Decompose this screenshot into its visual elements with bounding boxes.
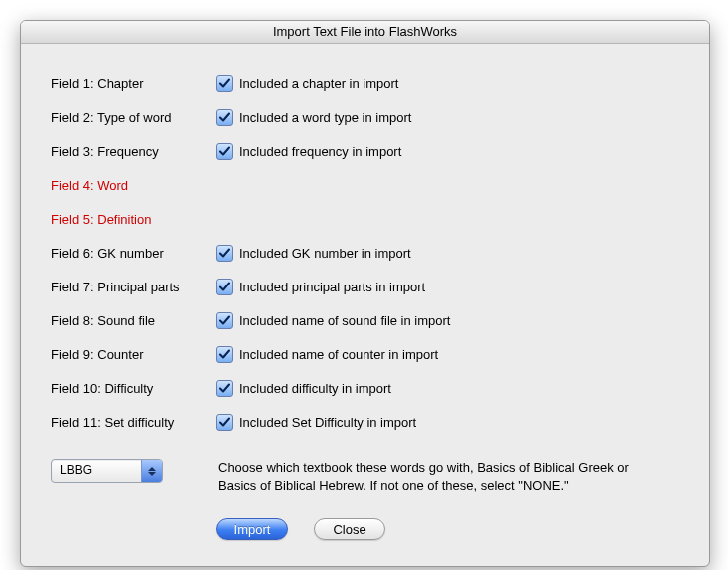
- include-checkbox[interactable]: [216, 143, 233, 160]
- field-row: Field 1: ChapterIncluded a chapter in im…: [51, 66, 679, 100]
- textbook-select[interactable]: LBBG: [51, 459, 163, 483]
- select-arrows-icon: [141, 460, 162, 482]
- field-label: Field 9: Counter: [51, 347, 216, 362]
- checkbox-label: Included Set Difficulty in import: [239, 415, 416, 430]
- checkbox-group: Included GK number in import: [216, 245, 411, 262]
- include-checkbox[interactable]: [216, 346, 233, 363]
- help-text: Choose which textbook these words go wit…: [218, 459, 657, 494]
- checkbox-label: Included name of sound file in import: [239, 313, 450, 328]
- field-label: Field 5: Definition: [51, 212, 216, 227]
- field-row: Field 3: FrequencyIncluded frequency in …: [51, 134, 679, 168]
- checkbox-group: Included Set Difficulty in import: [216, 414, 416, 431]
- field-label: Field 6: GK number: [51, 246, 216, 261]
- field-row: Field 9: CounterIncluded name of counter…: [51, 337, 679, 371]
- include-checkbox[interactable]: [216, 414, 233, 431]
- field-label: Field 7: Principal parts: [51, 280, 216, 294]
- include-checkbox[interactable]: [216, 380, 233, 397]
- checkbox-label: Included frequency in import: [239, 144, 401, 159]
- checkbox-group: Included name of sound file in import: [216, 312, 450, 329]
- checkbox-group: Included principal parts in import: [216, 279, 425, 295]
- field-row: Field 11: Set difficultyIncluded Set Dif…: [51, 405, 679, 439]
- field-label: Field 3: Frequency: [51, 144, 216, 159]
- import-button[interactable]: Import: [216, 518, 288, 540]
- field-row: Field 7: Principal partsIncluded princip…: [51, 270, 679, 303]
- close-button[interactable]: Close: [314, 518, 385, 540]
- include-checkbox[interactable]: [216, 312, 233, 329]
- checkbox-label: Included name of counter in import: [239, 347, 438, 362]
- include-checkbox[interactable]: [216, 245, 233, 262]
- include-checkbox[interactable]: [216, 109, 233, 126]
- checkbox-group: Included frequency in import: [216, 143, 401, 160]
- field-label: Field 11: Set difficulty: [51, 415, 216, 430]
- checkbox-label: Included GK number in import: [239, 246, 411, 261]
- include-checkbox[interactable]: [216, 279, 233, 295]
- checkbox-group: Included a word type in import: [216, 109, 411, 126]
- checkbox-group: Included name of counter in import: [216, 346, 438, 363]
- field-row: Field 2: Type of wordIncluded a word typ…: [51, 100, 679, 134]
- field-label: Field 4: Word: [51, 178, 216, 193]
- field-label: Field 10: Difficulty: [51, 381, 216, 396]
- checkbox-label: Included difficulty in import: [239, 381, 391, 396]
- checkbox-group: Included a chapter in import: [216, 75, 398, 92]
- checkbox-label: Included a chapter in import: [239, 76, 398, 91]
- field-row: Field 8: Sound fileIncluded name of soun…: [51, 303, 679, 337]
- field-label: Field 8: Sound file: [51, 313, 216, 328]
- field-row: Field 5: Definition: [51, 202, 679, 236]
- field-label: Field 2: Type of word: [51, 110, 216, 125]
- field-row: Field 4: Word: [51, 168, 679, 202]
- field-row: Field 10: DifficultyIncluded difficulty …: [51, 371, 679, 405]
- field-label: Field 1: Chapter: [51, 76, 216, 91]
- checkbox-group: Included difficulty in import: [216, 380, 391, 397]
- import-dialog: Import Text File into FlashWorks Field 1…: [20, 20, 710, 567]
- checkbox-label: Included principal parts in import: [239, 280, 425, 294]
- field-row: Field 6: GK numberIncluded GK number in …: [51, 236, 679, 270]
- checkbox-label: Included a word type in import: [239, 110, 411, 125]
- include-checkbox[interactable]: [216, 75, 233, 92]
- window-title: Import Text File into FlashWorks: [21, 21, 709, 44]
- textbook-select-value: LBBG: [52, 460, 141, 482]
- content-area: Field 1: ChapterIncluded a chapter in im…: [21, 44, 709, 566]
